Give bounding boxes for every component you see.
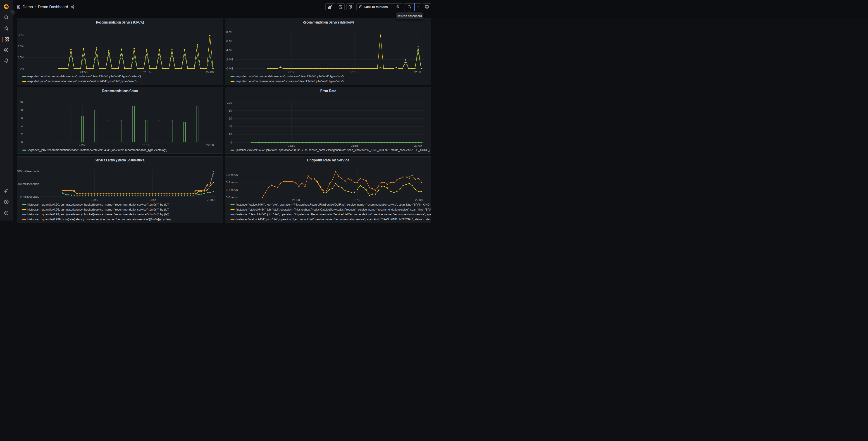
svg-text:0: 0 bbox=[21, 141, 23, 144]
svg-text:10: 10 bbox=[19, 100, 23, 104]
svg-text:22:00: 22:00 bbox=[207, 198, 215, 202]
svg-text:22:00: 22:00 bbox=[413, 70, 421, 74]
svg-text:21:50: 21:50 bbox=[80, 70, 88, 74]
svg-text:21:50: 21:50 bbox=[91, 198, 98, 202]
svg-text:histogram_quantile(0.99, sum(r: histogram_quantile(0.99, sum(rate(latenc… bbox=[27, 213, 169, 216]
svg-text:20: 20 bbox=[228, 133, 232, 136]
svg-text:{instance="otelcol:9464", job=: {instance="otelcol:9464", job="otel", op… bbox=[236, 148, 431, 152]
svg-text:21:55: 21:55 bbox=[143, 70, 151, 74]
svg-text:21:50: 21:50 bbox=[288, 70, 295, 74]
svg-text:4: 4 bbox=[21, 124, 23, 128]
svg-text:0%: 0% bbox=[20, 67, 24, 70]
svg-text:histogram_quantile(0.50, sum(r: histogram_quantile(0.50, sum(rate(latenc… bbox=[27, 203, 169, 206]
svg-text:20%: 20% bbox=[18, 45, 24, 48]
svg-text:400 milliseconds: 400 milliseconds bbox=[17, 170, 39, 173]
svg-text:{exported_job="recommendations: {exported_job="recommendationservice", i… bbox=[27, 75, 141, 78]
svg-text:0 milliseconds: 0 milliseconds bbox=[20, 195, 39, 198]
svg-text:100: 100 bbox=[227, 101, 232, 105]
svg-text:200 milliseconds: 200 milliseconds bbox=[17, 182, 39, 186]
svg-text:22:00: 22:00 bbox=[414, 144, 422, 147]
svg-text:0.1 req/s: 0.1 req/s bbox=[226, 188, 238, 192]
svg-text:4 MB: 4 MB bbox=[226, 49, 233, 52]
svg-text:22:00: 22:00 bbox=[206, 143, 214, 147]
svg-text:Endpoint Rate by Service: Endpoint Rate by Service bbox=[307, 158, 349, 162]
svg-text:22:00: 22:00 bbox=[206, 70, 214, 74]
svg-text:histogram_quantile(0.999, sum(: histogram_quantile(0.999, sum(rate(laten… bbox=[27, 218, 170, 220]
svg-text:21:55: 21:55 bbox=[149, 198, 156, 202]
svg-text:{exported_job="recommendations: {exported_job="recommendationservice", i… bbox=[27, 80, 136, 83]
svg-text:8 MB: 8 MB bbox=[226, 30, 233, 33]
svg-text:21:55: 21:55 bbox=[142, 143, 150, 147]
svg-text:0.0 req/s: 0.0 req/s bbox=[226, 196, 238, 199]
svg-text:Recommendation Service (Memory: Recommendation Service (Memory) bbox=[303, 20, 354, 24]
svg-text:{instance="otelcol:9464", job=: {instance="otelcol:9464", job="otel", op… bbox=[236, 213, 431, 216]
svg-text:2 MB: 2 MB bbox=[226, 58, 233, 61]
svg-text:histogram_quantile(0.95, sum(r: histogram_quantile(0.95, sum(rate(latenc… bbox=[27, 208, 169, 211]
svg-text:22:00: 22:00 bbox=[415, 198, 423, 202]
svg-text:8: 8 bbox=[21, 109, 23, 112]
svg-text:{instance="otelcol:9464", job=: {instance="otelcol:9464", job="otel", op… bbox=[236, 218, 431, 220]
svg-text:21:55: 21:55 bbox=[353, 198, 361, 202]
svg-text:{exported_job="recommendations: {exported_job="recommendationservice", i… bbox=[236, 80, 343, 83]
svg-text:6 MB: 6 MB bbox=[226, 39, 233, 43]
svg-text:{instance="otelcol:9464", job=: {instance="otelcol:9464", job="otel", op… bbox=[236, 203, 431, 206]
svg-text:2: 2 bbox=[21, 133, 23, 136]
svg-text:Recommendations Count: Recommendations Count bbox=[102, 89, 138, 93]
svg-text:Recommendation Service (CPU%): Recommendation Service (CPU%) bbox=[96, 20, 144, 24]
svg-text:21:55: 21:55 bbox=[351, 144, 359, 147]
svg-text:{exported_job="recommendations: {exported_job="recommendationservice", i… bbox=[27, 148, 167, 152]
svg-text:0: 0 bbox=[230, 141, 232, 144]
svg-text:40: 40 bbox=[228, 125, 232, 128]
svg-text:21:50: 21:50 bbox=[79, 143, 86, 147]
svg-text:21:50: 21:50 bbox=[288, 144, 295, 147]
svg-text:30%: 30% bbox=[18, 33, 24, 37]
svg-text:Error Rate: Error Rate bbox=[320, 89, 336, 93]
svg-text:{instance="otelcol:9464", job=: {instance="otelcol:9464", job="otel", op… bbox=[236, 208, 431, 211]
svg-text:0 MB: 0 MB bbox=[226, 67, 233, 70]
svg-text:0.3 req/s: 0.3 req/s bbox=[226, 173, 238, 177]
svg-text:0.2 req/s: 0.2 req/s bbox=[226, 181, 238, 184]
svg-text:21:50: 21:50 bbox=[292, 198, 300, 202]
svg-text:6: 6 bbox=[21, 117, 23, 120]
svg-text:60: 60 bbox=[228, 117, 232, 120]
svg-text:80: 80 bbox=[228, 109, 232, 112]
svg-text:Service Latency (from SpanMetr: Service Latency (from SpanMetrics) bbox=[95, 158, 145, 162]
svg-text:{exported_job="recommendations: {exported_job="recommendationservice", i… bbox=[236, 75, 343, 78]
svg-text:10%: 10% bbox=[18, 56, 24, 59]
svg-text:21:55: 21:55 bbox=[350, 70, 358, 74]
